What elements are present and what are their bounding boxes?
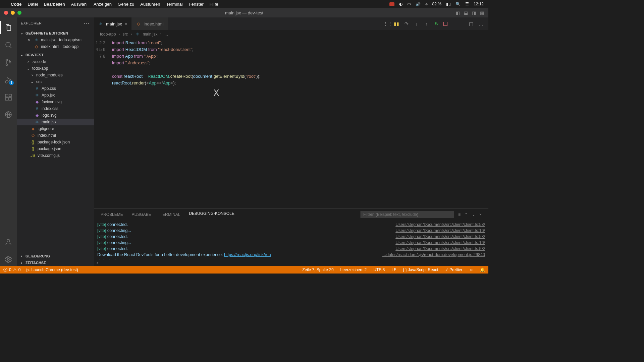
status-prettier[interactable]: ✓ Prettier (445, 267, 463, 272)
menu-help[interactable]: Hilfe (210, 2, 218, 7)
window-max-icon[interactable] (17, 11, 21, 15)
status-encoding[interactable]: UTF-8 (373, 267, 385, 272)
tab-main-jsx[interactable]: ⚛ main.jsx × (94, 17, 131, 30)
timeline-section[interactable]: ›ZEITACHSE (17, 259, 94, 266)
menu-run[interactable]: Ausführen (140, 2, 160, 7)
battery-icon[interactable]: ▮▯ (446, 2, 451, 6)
collapse-icon[interactable]: ⌃ (465, 212, 468, 217)
code-content[interactable]: import React from "react"; import ReactD… (110, 38, 261, 208)
recording-icon[interactable] (389, 2, 394, 6)
source-link[interactable]: Users/stephan/Documents/src/client/clien… (395, 246, 485, 252)
window-min-icon[interactable] (11, 11, 15, 15)
close-icon[interactable]: × (26, 38, 32, 42)
file-item-main[interactable]: ⚛main.jsx (17, 119, 94, 125)
crumb[interactable]: todo-app (100, 32, 116, 37)
spotlight-icon[interactable]: 🔍 (455, 2, 461, 6)
source-link[interactable]: Users/stephan/Documents/src/client/clien… (395, 222, 485, 228)
activity-search[interactable] (0, 38, 16, 52)
status-icon[interactable]: ◐ (399, 2, 402, 6)
control-center-icon[interactable]: ☰ (465, 2, 469, 6)
activity-explorer[interactable] (0, 21, 16, 34)
file-item[interactable]: ◆logo.svg (17, 112, 94, 119)
file-item[interactable]: JSvite.config.js (17, 152, 94, 159)
folder-todo-app[interactable]: ⌄todo-app (17, 65, 94, 72)
file-item[interactable]: {}package.json (17, 145, 94, 152)
settings-icon[interactable]: ≡ (458, 212, 461, 217)
menu-file[interactable]: Datei (28, 2, 38, 7)
tab-close-icon[interactable]: × (125, 21, 127, 26)
menu-view[interactable]: Anzeigen (94, 2, 112, 7)
source-link[interactable]: Users/stephan/Documents/src/client/clien… (395, 234, 485, 240)
folder-vscode[interactable]: ›.vscode (17, 58, 94, 65)
panel-tab-problems[interactable]: PROBLEME (101, 212, 123, 217)
debug-step-into-icon[interactable]: ↓ (413, 21, 420, 26)
file-item[interactable]: ⚛App.jsx (17, 92, 94, 99)
panel-tab-terminal[interactable]: TERMINAL (160, 212, 180, 217)
folder-src[interactable]: ⌄src (17, 78, 94, 85)
file-item[interactable]: {}package-lock.json (17, 139, 94, 145)
status-errors[interactable]: ⓧ 0 ⚠ 0 (3, 267, 20, 273)
debug-console-output[interactable]: [vite] connected.Users/stephan/Documents… (94, 220, 488, 260)
split-editor-icon[interactable]: ◫ (468, 21, 474, 26)
status-feedback-icon[interactable]: ☺ (469, 267, 473, 272)
filter-input[interactable] (360, 211, 454, 218)
open-editor-item[interactable]: ◇ index.html todo-app (17, 43, 94, 50)
status-language[interactable]: { } JavaScript React (403, 267, 438, 272)
clock[interactable]: 12:12 (474, 2, 484, 6)
status-cursor[interactable]: Zeile 7, Spalte 29 (302, 267, 333, 272)
status-eol[interactable]: LF (391, 267, 396, 272)
menu-goto[interactable]: Gehe zu (118, 2, 134, 7)
volume-icon[interactable]: 🔊 (416, 2, 421, 6)
folder-node-modules[interactable]: ›node_modules (17, 72, 94, 78)
panel-tab-debug-console[interactable]: DEBUGGING-KONSOLE (189, 211, 234, 218)
open-editor-item[interactable]: × ⚛ main.jsx todo-app/src (17, 37, 94, 43)
source-link[interactable]: …dules/react-dom/cjs/react-dom.developme… (382, 252, 485, 258)
code-editor[interactable]: 1 2 3 4 5 6 7 8 import React from "react… (94, 38, 488, 208)
explorer-more-icon[interactable]: ••• (84, 21, 90, 25)
file-item[interactable]: #index.css (17, 105, 94, 112)
menu-terminal[interactable]: Terminal (166, 2, 183, 7)
wifi-icon[interactable]: ⏚ (425, 2, 428, 6)
tab-index-html[interactable]: ◇ index.html (131, 17, 168, 30)
maximize-icon[interactable]: ⌄ (472, 212, 475, 217)
layout-panel-right-icon[interactable]: ◨ (470, 9, 478, 16)
menu-selection[interactable]: Auswahl (71, 2, 88, 7)
file-item[interactable]: #App.css (17, 85, 94, 92)
layout-panel-bottom-icon[interactable]: ⬓ (462, 9, 470, 16)
activity-account[interactable] (0, 235, 16, 249)
status-launch-config[interactable]: ▷ Launch Chrome (dev-test) (26, 267, 78, 272)
more-actions-icon[interactable]: … (478, 21, 484, 26)
drag-handle-icon[interactable]: ⋮⋮ (383, 21, 390, 26)
debug-restart-icon[interactable]: ↻ (433, 21, 440, 26)
file-item[interactable]: ◇index.html (17, 132, 94, 139)
layout-customize-icon[interactable]: ▦ (478, 9, 486, 16)
debug-step-out-icon[interactable]: ↑ (423, 21, 430, 26)
airplay-icon[interactable]: ▭ (407, 2, 411, 6)
close-panel-icon[interactable]: × (479, 212, 482, 217)
crumb[interactable]: main.jsx (143, 32, 157, 37)
debug-step-over-icon[interactable]: ↷ (403, 21, 410, 26)
status-bell-icon[interactable]: 🔔 (480, 267, 485, 272)
debug-pause-icon[interactable]: ▮▮ (393, 21, 400, 26)
debug-stop-icon[interactable] (443, 22, 447, 26)
crumb[interactable]: src (122, 32, 128, 37)
activity-extensions[interactable] (0, 90, 16, 104)
open-editors-section[interactable]: ⌄ GEÖFFNETE EDITOREN (17, 29, 94, 37)
window-close-icon[interactable] (4, 11, 8, 15)
panel-tab-output[interactable]: AUSGABE (132, 212, 151, 217)
breadcrumb[interactable]: todo-app› src› ⚛ main.jsx› … (94, 30, 488, 38)
workspace-section[interactable]: ⌄ DEV-TEST (17, 51, 94, 58)
status-indent[interactable]: Leerzeichen: 2 (340, 267, 367, 272)
layout-panel-left-icon[interactable]: ◧ (454, 9, 462, 16)
debug-console-input[interactable]: › (94, 260, 488, 266)
activity-source-control[interactable] (0, 56, 16, 69)
menu-edit[interactable]: Bearbeiten (44, 2, 65, 7)
app-name[interactable]: Code (11, 2, 22, 7)
source-link[interactable]: Users/stephan/Documents/src/client/clien… (395, 240, 485, 246)
crumb[interactable]: … (164, 32, 168, 37)
activity-debug[interactable]: 1 (0, 73, 16, 86)
source-link[interactable]: Users/stephan/Documents/src/client/clien… (395, 228, 485, 234)
file-item[interactable]: ◈.gitignore (17, 125, 94, 132)
activity-settings[interactable] (0, 253, 16, 266)
file-item[interactable]: ◆favicon.svg (17, 99, 94, 105)
